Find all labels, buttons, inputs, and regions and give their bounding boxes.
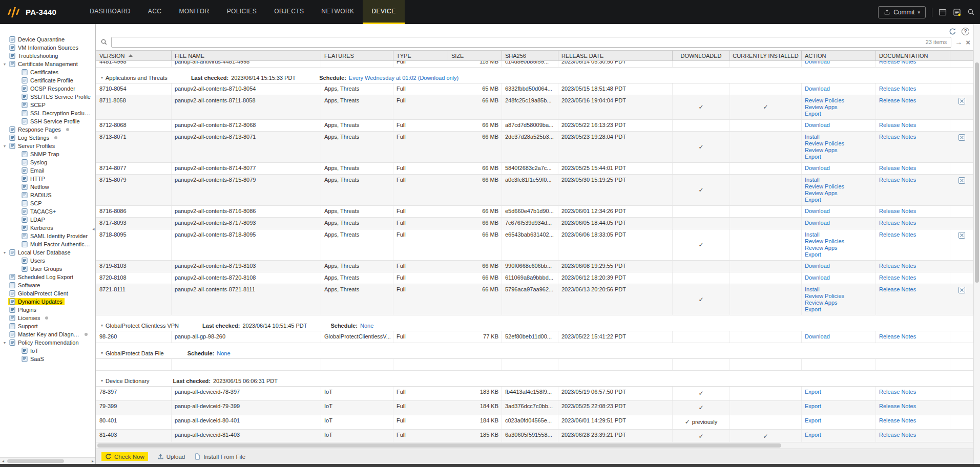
sidebar-item-vm-information-sources[interactable]: VM Information Sources <box>0 44 95 52</box>
sidebar-item-ssl-decryption-exclusion[interactable]: SSL Decryption Exclusion <box>0 109 95 117</box>
commit-button[interactable]: Commit ▾ <box>878 6 926 18</box>
sidebar-item-scep[interactable]: SCEP <box>0 101 95 109</box>
release-notes-link[interactable]: Release Notes <box>879 165 916 171</box>
install-link[interactable]: Install <box>805 231 872 238</box>
download-link[interactable]: Download <box>805 61 872 65</box>
sidebar-item-local-user-database[interactable]: ▾Local User Database <box>0 248 95 257</box>
sidebar-item-certificates[interactable]: Certificates <box>0 68 95 76</box>
sidebar-item-email[interactable]: Email <box>0 166 95 175</box>
check-now-button[interactable]: Check Now <box>101 452 148 461</box>
vertical-scroll-thumb[interactable] <box>975 62 979 283</box>
review-policies-link[interactable]: Review Policies <box>805 97 872 104</box>
column-header-sha256[interactable]: SHA256 <box>502 51 558 60</box>
nav-tab-device[interactable]: DEVICE <box>363 0 404 24</box>
table-row-98-260[interactable]: 98-260panup-all-gp-98-260GlobalProtectCl… <box>96 331 973 343</box>
sidebar-item-response-pages[interactable]: Response Pages <box>0 125 95 134</box>
clear-filter-icon[interactable]: × <box>966 38 970 46</box>
release-notes-link[interactable]: Release Notes <box>879 220 916 226</box>
table-row-8719-8103[interactable]: 8719-8103panupv2-all-contents-8719-8103A… <box>96 261 973 272</box>
sidebar-item-snmp-trap[interactable]: SNMP Trap <box>0 150 95 158</box>
export-link[interactable]: Export <box>805 306 872 313</box>
revert-content-icon[interactable] <box>958 98 965 104</box>
global-find-icon[interactable] <box>967 8 975 16</box>
sidebar-item-support[interactable]: Support <box>0 322 95 330</box>
table-row-8718-8095[interactable]: 8718-8095panupv2-all-contents-8718-8095A… <box>96 229 973 261</box>
column-header-documentation[interactable]: DOCUMENTATION <box>876 51 950 60</box>
chevron-down-icon[interactable]: ▾ <box>1 62 8 67</box>
export-link[interactable]: Export <box>805 417 872 424</box>
release-notes-link[interactable]: Release Notes <box>879 274 916 281</box>
release-notes-link[interactable]: Release Notes <box>879 286 916 292</box>
release-notes-link[interactable]: Release Notes <box>879 432 916 438</box>
main-scroll-thumb[interactable] <box>97 443 781 448</box>
sidebar-item-certificate-profile[interactable]: Certificate Profile <box>0 76 95 84</box>
column-header-action[interactable]: ACTION <box>802 51 876 60</box>
nav-tab-objects[interactable]: OBJECTS <box>265 0 312 24</box>
column-header-features[interactable]: FEATURES <box>321 51 393 60</box>
nav-tab-policies[interactable]: POLICIES <box>218 0 266 24</box>
sidebar-scroll-thumb[interactable] <box>7 459 64 463</box>
table-row-80-401[interactable]: 80-401panup-all-deviceid-80-401IoTFull18… <box>96 415 973 430</box>
schedule-link[interactable]: Every Wednesday at 01:02 (Download only) <box>349 75 458 81</box>
release-notes-link[interactable]: Release Notes <box>879 86 916 92</box>
help-icon[interactable]: ? <box>962 28 969 35</box>
sidebar-item-syslog[interactable]: Syslog <box>0 158 95 166</box>
table-row-8721-8111[interactable]: 8721-8111panupv2-all-contents-8721-8111A… <box>96 284 973 315</box>
chevron-down-icon[interactable]: ▾ <box>1 341 8 345</box>
table-row-8715-8079[interactable]: 8715-8079panupv2-all-contents-8715-8079A… <box>96 175 973 206</box>
sidebar-item-saml-identity-provider[interactable]: SAML Identity Provider <box>0 232 95 240</box>
release-notes-link[interactable]: Release Notes <box>879 333 916 339</box>
review-policies-link[interactable]: Review Policies <box>805 238 872 245</box>
sidebar-item-saas[interactable]: SaaS <box>0 355 95 363</box>
export-link[interactable]: Export <box>805 389 872 395</box>
config-panel-icon[interactable] <box>939 8 947 16</box>
sidebar-item-licenses[interactable]: Licenses <box>0 314 95 322</box>
install-link[interactable]: Install <box>805 286 872 293</box>
sidebar-item-ocsp-responder[interactable]: OCSP Responder <box>0 84 95 93</box>
table-row-4481-4998[interactable]: 4481-4998panup-all-antivirus-4481-4998Fu… <box>96 61 973 68</box>
nav-tab-acc[interactable]: ACC <box>139 0 171 24</box>
sidebar-item-master-key-and-diagnostics[interactable]: Master Key and Diagnostics <box>0 330 95 338</box>
table-row-8714-8077[interactable]: 8714-8077panupv2-all-contents-8714-8077A… <box>96 163 973 175</box>
schedule-link[interactable]: None <box>360 323 373 329</box>
collapse-section-icon[interactable]: ▾ <box>98 351 106 355</box>
table-row-8720-8108[interactable]: 8720-8108panupv2-all-contents-8720-8108A… <box>96 272 973 284</box>
revert-content-icon[interactable] <box>958 134 965 141</box>
sidebar-item-ldap[interactable]: LDAP <box>0 216 95 224</box>
apply-filter-icon[interactable]: → <box>955 38 962 46</box>
release-notes-link[interactable]: Release Notes <box>879 403 916 409</box>
review-apps-link[interactable]: Review Apps <box>805 147 872 154</box>
table-row-78-397[interactable]: 78-397panup-all-deviceid-78-397IoTFull18… <box>96 387 973 401</box>
table-row-8711-8058[interactable]: 8711-8058panupv2-all-contents-8711-8058A… <box>96 95 973 120</box>
download-link[interactable]: Download <box>805 274 872 281</box>
refresh-icon[interactable] <box>949 28 956 35</box>
collapse-section-icon[interactable]: ▾ <box>98 323 106 328</box>
sidebar-item-server-profiles[interactable]: ▾Server Profiles <box>0 142 95 150</box>
task-manager-icon[interactable] <box>953 8 961 16</box>
release-notes-link[interactable]: Release Notes <box>879 417 916 423</box>
column-header-downloaded[interactable]: DOWNLOADED <box>673 51 730 60</box>
sidebar-item-troubleshooting[interactable]: Troubleshooting <box>0 52 95 60</box>
scroll-left-icon[interactable]: ◂ <box>0 459 6 463</box>
chevron-down-icon[interactable]: ▾ <box>1 250 8 255</box>
download-link[interactable]: Download <box>805 165 872 172</box>
nav-tab-dashboard[interactable]: DASHBOARD <box>81 0 139 24</box>
sidebar-item-plugins[interactable]: Plugins <box>0 306 95 314</box>
table-row-8712-8068[interactable]: 8712-8068panupv2-all-contents-8712-8068A… <box>96 120 973 132</box>
revert-content-icon[interactable] <box>958 287 965 293</box>
collapse-section-icon[interactable]: ▾ <box>98 378 106 383</box>
sidebar-item-user-groups[interactable]: User Groups <box>0 265 95 273</box>
review-apps-link[interactable]: Review Apps <box>805 104 872 111</box>
column-header-version[interactable]: VERSION <box>96 51 172 60</box>
sidebar-item-software[interactable]: Software <box>0 281 95 289</box>
table-row-8713-8071[interactable]: 8713-8071panupv2-all-contents-8713-8071A… <box>96 132 973 163</box>
column-header-currently-installed[interactable]: CURRENTLY INSTALLED <box>730 51 802 60</box>
collapse-sidebar-icon[interactable]: ◂ <box>92 226 95 231</box>
search-input[interactable] <box>116 38 926 46</box>
column-header-type[interactable]: TYPE <box>393 51 448 60</box>
download-link[interactable]: Download <box>805 220 872 226</box>
sidebar-item-scp[interactable]: SCP <box>0 199 95 207</box>
download-link[interactable]: Download <box>805 333 872 340</box>
review-apps-link[interactable]: Review Apps <box>805 300 872 306</box>
table-row-8717-8093[interactable]: 8717-8093panupv2-all-contents-8717-8093A… <box>96 218 973 229</box>
